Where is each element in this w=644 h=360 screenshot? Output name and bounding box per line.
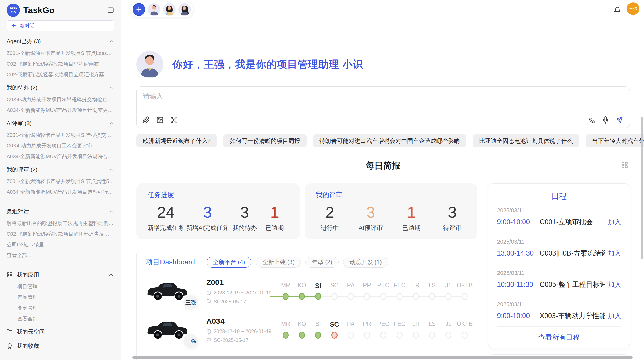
project-image: 王强 [146,315,189,345]
task-item[interactable]: C02-飞腾新能源轻客改款项目立项汇报方案 [7,72,114,77]
suggestion-chip[interactable]: 欧洲新规最近颁布了什么? [136,134,217,147]
section-my-todo[interactable]: 我的待办 (2) [7,84,114,92]
section-recent-chats[interactable]: 最近对话 [7,208,114,215]
phone-icon [588,116,595,124]
badge-star-icon [7,343,13,349]
project-row[interactable]: 王强 Z001 2023-12-19 ~ 2027-01-19 [146,276,468,306]
taskgo-logo: Task Go [7,4,20,17]
conversation-item[interactable]: 公司Q3轻卡销量 [7,242,114,247]
join-button[interactable]: 加入 [608,280,621,289]
task-item[interactable]: A034-全新新能源MUV产品开发项目造型可行性评审 [7,189,114,195]
milestone-dot-overdue [331,332,338,339]
view-all-conversations[interactable]: 查看全部... [7,252,114,258]
project-row[interactable]: 王强 A034 2023-12-19 ~ 2026-01-19 [146,315,468,345]
attach-button[interactable] [143,116,150,124]
sidebar-collapse-button[interactable] [107,7,114,14]
plus-icon [11,23,17,28]
suggestion-chip[interactable]: 特朗普可能对进口汽车增税会对中国车企造成哪些影响 [313,134,466,147]
milestone-dot [429,332,435,339]
project-dates: 2023-12-19 ~ 2026-01-19 [206,328,270,334]
composer-right-icons [588,116,623,124]
task-item[interactable]: Z001-全新燃油皮卡产品开发项目SI节点Lesson Learn报告 [7,50,114,56]
milestone-dot-done [299,332,305,339]
project-flag-date: SI-2025-05-17 [206,299,270,305]
milestone-dot [364,332,370,339]
tab-new-body[interactable]: 全新上装 (3) [256,257,301,268]
section-ai-review[interactable]: AI评审 (3) [7,119,114,127]
milestone-dot [348,332,354,339]
milestone-timeline: MR KO SI SC PA PR PEC FEC LR LS [270,321,473,340]
grid-icon [7,272,13,278]
schedule-name: X003-车辆动力学性能验... [540,311,605,320]
my-review-card: 我的评审 2 进行中 3 AI预评审 [305,183,477,239]
clock-icon [206,290,211,295]
schedule-date: 2025/03/11 [497,207,621,214]
task-item[interactable]: A034-全新新能源MUV产品开发项目法规符合性评审 [7,154,114,159]
milestone-dot [462,332,468,339]
sidebar-item-change-management[interactable]: 变更管理 [17,305,114,311]
horizontal-scrollbar[interactable] [132,356,633,359]
section-agent-done[interactable]: Agent已办 (3) [7,38,114,45]
task-item[interactable]: C02-飞腾新能源轻客改款项目里程碑画布 [7,61,114,67]
layout-toggle-button[interactable] [621,161,628,169]
suggestion-chip[interactable]: 如何写一份清晰的项目周报 [223,134,307,147]
milestone-dot-done [315,293,321,300]
vertical-scrollbar[interactable] [641,117,643,259]
milestone-dot [445,293,451,300]
tab-new-platform[interactable]: 全新平台 (4) [207,257,252,268]
project-info: Z001 2023-12-19 ~ 2027-01-19 SI-2025-05-… [206,278,270,305]
milestone-dot-done [283,293,289,300]
app-title: TaskGo [23,5,104,15]
send-button[interactable] [616,116,623,124]
project-owner-badge: 王强 [182,294,199,311]
panel-collapse-icon [107,7,114,14]
sidebar-item-product-management[interactable]: 产品管理 [17,294,114,300]
task-item[interactable]: A034-全新新能源MUV产品开发项目计划变更表编写 [7,107,114,113]
sidebar-divider [7,264,114,264]
tab-powertrain[interactable]: 动总开发 (1) [343,257,388,268]
suggestion-chip[interactable]: 比亚迪全固态电池计划具体说了什么 [473,134,579,147]
sidebar-item-my-apps[interactable]: 我的应用 [7,271,114,279]
milestone-dot [462,293,468,300]
composer-left-icons [143,116,177,124]
microphone-button[interactable] [602,116,609,124]
content-column: 你好，王强，我是你的项目管理助理 小识 欧洲新规最近颁布了什么? [136,0,630,360]
conversation-item[interactable]: 解释最新出台的欧盟报废车法规再生塑料比例被调至15%... [7,220,114,226]
send-icon [616,116,623,124]
flag-icon [206,299,211,304]
stat-in-progress: 2 进行中 [316,203,344,232]
join-button[interactable]: 加入 [608,312,621,320]
task-item[interactable]: C0X4-动力总成开发项目工程变更评审 [7,143,114,148]
view-all-apps[interactable]: 查看全部... [17,316,114,321]
new-chat-button[interactable]: 新对话 [7,20,114,31]
stat-new-done: 24 新增完成任务 [148,203,184,232]
sidebar-item-cloud-space[interactable]: 我的云空间 [7,328,114,336]
task-item[interactable]: C0X4-动力总成开发项目SI里程碑提交物检查 [7,97,114,102]
project-owner-badge: 王强 [182,333,199,350]
suggestion-chip[interactable]: 当下年轻人对汽车外观有怎样的喜好趋势 [586,134,644,147]
sidebar-item-project-management[interactable]: 项目管理 [17,284,114,289]
dashboard-title: 项目Dashboard [146,257,195,267]
tab-model-year[interactable]: 年型 (2) [305,257,339,268]
join-button[interactable]: 加入 [608,218,621,226]
stat-overdue: 1 已逾期 [261,203,289,232]
section-my-review[interactable]: 我的评审 (2) [7,166,114,173]
schedule-name: C001-立项审批会 [540,217,605,227]
task-item[interactable]: Z001-全新燃油轻卡产品开发项目SI节点属性5D文件评审 [7,178,114,184]
schedule-date: 2025/03/11 [497,270,621,276]
chevron-up-icon [109,209,114,214]
chat-input[interactable] [143,92,550,110]
sidebar-item-favorites[interactable]: 我的收藏 [7,342,114,350]
task-item[interactable]: Z001-全新燃油轻卡产品开发项目SI造型提交物评审 [7,132,114,138]
milestone-dot [413,293,419,300]
image-upload-button[interactable] [156,116,164,124]
conversation-item[interactable]: C02-飞腾新能源轻客改款项目的闭环通告反馈情况 [7,231,114,237]
view-all-schedule-link[interactable]: 查看所有日程 [497,327,621,342]
chevron-up-icon [109,85,114,91]
active-milestone-label: SC [326,321,343,328]
milestone-dot [348,293,354,300]
voice-call-button[interactable] [588,116,595,124]
schedule-item: 2025/03/11 9:00-10:00 C001-立项审批会 加入 [497,202,621,233]
snippet-button[interactable] [170,116,177,124]
join-button[interactable]: 加入 [608,249,621,258]
